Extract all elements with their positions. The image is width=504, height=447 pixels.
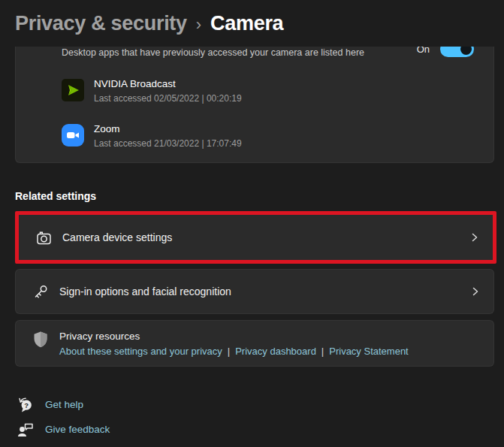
desktop-apps-card: Desktop apps that have previously access…: [15, 47, 494, 163]
get-help-link[interactable]: Get help: [45, 399, 83, 410]
chevron-right-icon: [470, 232, 479, 243]
breadcrumb-separator-icon: ›: [196, 14, 201, 35]
link-separator: |: [222, 346, 235, 357]
sign-in-options-row[interactable]: Sign-in options and facial recognition: [15, 269, 494, 314]
help-bubble-icon: ?: [17, 396, 34, 413]
shield-icon: [32, 331, 49, 349]
list-item-zoom: Zoom Last accessed 21/03/2022 | 17:07:49: [62, 124, 242, 149]
app-name: Zoom: [94, 123, 242, 135]
key-icon: [32, 284, 49, 300]
app-name: NVIDIA Broadcast: [94, 78, 242, 90]
zoom-icon: [62, 124, 84, 146]
page-title: Camera: [210, 12, 283, 35]
toggle-state-label: On: [417, 47, 430, 55]
app-last-accessed: Last accessed 21/03/2022 | 17:07:49: [94, 138, 242, 149]
setting-label: Sign-in options and facial recognition: [59, 285, 471, 297]
toggle-knob: [460, 47, 472, 55]
nvidia-broadcast-icon: [62, 79, 84, 101]
setting-label: Camera device settings: [62, 231, 470, 243]
privacy-resources-links: About these settings and your privacy|Pr…: [59, 346, 409, 357]
desktop-apps-description: Desktop apps that have previously access…: [62, 47, 400, 59]
related-settings-heading: Related settings: [15, 190, 96, 202]
feedback-person-icon: [17, 421, 34, 438]
app-last-accessed: Last accessed 02/05/2022 | 00:20:19: [94, 93, 242, 104]
link-privacy-statement[interactable]: Privacy Statement: [329, 346, 409, 357]
chevron-right-icon: [471, 286, 480, 297]
highlight-annotation: Camera device settings: [15, 211, 496, 264]
link-privacy-dashboard[interactable]: Privacy dashboard: [235, 346, 316, 357]
give-feedback-link[interactable]: Give feedback: [45, 424, 110, 435]
give-feedback-row[interactable]: Give feedback: [17, 421, 110, 438]
svg-text:?: ?: [24, 401, 29, 409]
camera-access-toggle-group: On: [417, 47, 474, 57]
privacy-resources-title: Privacy resources: [59, 331, 409, 342]
privacy-resources-card: Privacy resources About these settings a…: [15, 320, 494, 367]
get-help-row[interactable]: ? Get help: [17, 396, 83, 413]
link-about-settings[interactable]: About these settings and your privacy: [59, 346, 222, 357]
breadcrumb-parent[interactable]: Privacy & security: [15, 12, 187, 35]
link-separator: |: [316, 346, 329, 357]
list-item-nvidia-broadcast: NVIDIA Broadcast Last accessed 02/05/202…: [62, 79, 242, 104]
camera-device-settings-row[interactable]: Camera device settings: [19, 215, 493, 260]
camera-access-toggle[interactable]: [440, 47, 474, 57]
camera-icon: [35, 230, 52, 246]
breadcrumb: Privacy & security › Camera: [15, 12, 283, 35]
